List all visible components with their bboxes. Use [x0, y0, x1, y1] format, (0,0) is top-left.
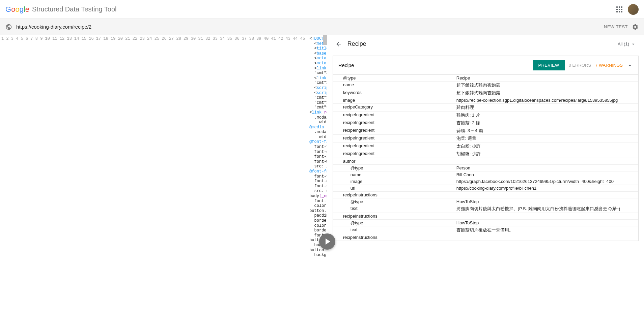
property-row[interactable]: @typePerson [333, 165, 638, 171]
property-value [454, 158, 638, 164]
back-arrow-icon[interactable] [335, 41, 342, 47]
property-key: recipeIngredient [333, 119, 454, 127]
main-area: 1 2 3 4 5 6 7 8 9 10 11 12 13 14 15 16 1… [0, 35, 644, 317]
property-key: image [333, 178, 454, 185]
property-row[interactable]: recipeIngredient太白粉: 少許 [333, 142, 638, 150]
property-key: text [333, 226, 454, 234]
property-key: recipeInstructions [333, 192, 454, 198]
property-value: 太白粉: 少許 [454, 142, 638, 150]
warnings-count: 7 WARNINGS [595, 63, 623, 68]
source-code[interactable]: <!DOCTYPE html><html lang="en"><head> <m… [308, 35, 327, 317]
property-row[interactable]: recipeIngredient胡椒鹽: 少許 [333, 150, 638, 158]
property-row[interactable]: recipeInstructions [333, 192, 638, 198]
property-value [454, 213, 638, 219]
property-row[interactable]: urlhttps://cooking-diary.com/profile/bil… [333, 185, 638, 192]
property-value: 雞胸肉: 1 片 [454, 112, 638, 119]
property-value: 杏鮑菇: 2 條 [454, 119, 638, 127]
property-value: 超下飯韓式雞肉杏鮑菇 [454, 89, 638, 97]
globe-icon [5, 24, 12, 30]
property-value: https://graph.facebook.com/1021626137246… [454, 178, 638, 185]
property-key: recipeIngredient [333, 127, 454, 134]
property-value: 雞肉料理 [454, 104, 638, 111]
property-value: Recipe [454, 75, 638, 81]
app-header: Google Structured Data Testing Tool [0, 0, 644, 19]
property-row[interactable]: keywords超下飯韓式雞肉杏鮑菇 [333, 89, 638, 97]
property-row[interactable]: recipeInstructions [333, 213, 638, 220]
property-table: @typeRecipename超下飯韓式雞肉杏鮑菇keywords超下飯韓式雞肉… [333, 75, 638, 241]
property-value: https://recipe-collection.sgp1.digitaloc… [454, 97, 638, 103]
property-key: keywords [333, 89, 454, 97]
property-row[interactable]: imagehttps://recipe-collection.sgp1.digi… [333, 97, 638, 104]
property-row[interactable]: text將雞胸肉切片後與太白粉攪拌。(P.S. 雞胸肉用太白粉攪拌過後吃起來口感… [333, 205, 638, 213]
property-key: name [333, 171, 454, 178]
url-bar: https://cooking-diary.com/recipe/2 NEW T… [0, 19, 644, 35]
property-row[interactable]: recipeIngredient雞胸肉: 1 片 [333, 112, 638, 119]
property-row[interactable]: text杏鮑菇切片後放在一旁備用。 [333, 226, 638, 234]
chevron-down-icon [631, 41, 636, 47]
logo-area: Google Structured Data Testing Tool [5, 5, 117, 14]
property-value: 蒜頭: 3 ~ 4 顆 [454, 127, 638, 134]
apps-icon[interactable] [616, 6, 622, 12]
property-key: recipeCategory [333, 104, 454, 111]
property-row[interactable]: recipeIngredient泡菜: 適量 [333, 135, 638, 142]
property-row[interactable]: author [333, 158, 638, 165]
property-key: recipeIngredient [333, 112, 454, 119]
property-value: 超下飯韓式雞肉杏鮑菇 [454, 82, 638, 89]
section-title: Recipe [338, 62, 354, 68]
section-header[interactable]: Recipe PREVIEW 0 ERRORS 7 WARNINGS [333, 56, 638, 75]
property-value: 泡菜: 適量 [454, 135, 638, 142]
property-row[interactable]: recipeCategory雞肉料理 [333, 104, 638, 112]
recipe-section: Recipe PREVIEW 0 ERRORS 7 WARNINGS @type… [333, 56, 639, 241]
property-value: HowToStep [454, 220, 638, 226]
play-icon [326, 239, 330, 245]
line-gutter: 1 2 3 4 5 6 7 8 9 10 11 12 13 14 15 16 1… [0, 35, 308, 317]
filter-label: All (1) [618, 41, 629, 46]
property-row[interactable]: recipeInstructions [333, 234, 638, 241]
property-row[interactable]: nameBill Chen [333, 171, 638, 178]
preview-button[interactable]: PREVIEW [533, 60, 565, 70]
property-key: recipeIngredient [333, 142, 454, 150]
property-value: Person [454, 165, 638, 171]
property-key: @type [333, 165, 454, 171]
gear-icon[interactable] [632, 24, 639, 30]
property-key: text [333, 205, 454, 213]
property-value [454, 234, 638, 241]
property-value: 杏鮑菇切片後放在一旁備用。 [454, 226, 638, 234]
property-key: recipeInstructions [333, 213, 454, 219]
results-header: Recipe All (1) [327, 35, 644, 53]
property-key: recipeIngredient [333, 135, 454, 142]
property-key: url [333, 185, 454, 191]
property-row[interactable]: @typeHowToStep [333, 220, 638, 226]
header-right [616, 4, 639, 15]
property-key: name [333, 82, 454, 89]
property-row[interactable]: recipeIngredient蒜頭: 3 ~ 4 顆 [333, 127, 638, 135]
new-test-button[interactable]: NEW TEST [604, 24, 628, 29]
property-row[interactable]: name超下飯韓式雞肉杏鮑菇 [333, 82, 638, 89]
results-panel: Recipe All (1) Recipe PREVIEW 0 ERRORS 7… [327, 35, 644, 317]
property-key: recipeIngredient [333, 150, 454, 158]
property-value: 將雞胸肉切片後與太白粉攪拌。(P.S. 雞胸肉用太白粉攪拌過後吃起來口感會更 Q… [454, 205, 638, 213]
tested-url: https://cooking-diary.com/recipe/2 [16, 24, 600, 30]
property-key: author [333, 158, 454, 164]
property-value: https://cooking-diary.com/profile/billch… [454, 185, 638, 191]
property-value: Bill Chen [454, 171, 638, 178]
tool-name: Structured Data Testing Tool [32, 5, 117, 13]
property-row[interactable]: @typeHowToStep [333, 198, 638, 205]
property-value: HowToStep [454, 198, 638, 205]
scrollbar-thumb[interactable] [323, 35, 327, 45]
property-value [454, 192, 638, 198]
filter-dropdown[interactable]: All (1) [618, 41, 636, 47]
results-title: Recipe [347, 40, 366, 47]
user-avatar[interactable] [628, 4, 639, 15]
property-key: @type [333, 198, 454, 205]
property-key: image [333, 97, 454, 103]
chevron-up-icon[interactable] [627, 62, 633, 68]
code-panel: 1 2 3 4 5 6 7 8 9 10 11 12 13 14 15 16 1… [0, 35, 327, 317]
property-row[interactable]: recipeIngredient杏鮑菇: 2 條 [333, 119, 638, 127]
property-key: @type [333, 75, 454, 81]
property-key: @type [333, 220, 454, 226]
run-test-button[interactable] [319, 233, 335, 250]
property-row[interactable]: imagehttps://graph.facebook.com/10216261… [333, 178, 638, 185]
property-row[interactable]: @typeRecipe [333, 75, 638, 82]
property-value: 胡椒鹽: 少許 [454, 150, 638, 158]
